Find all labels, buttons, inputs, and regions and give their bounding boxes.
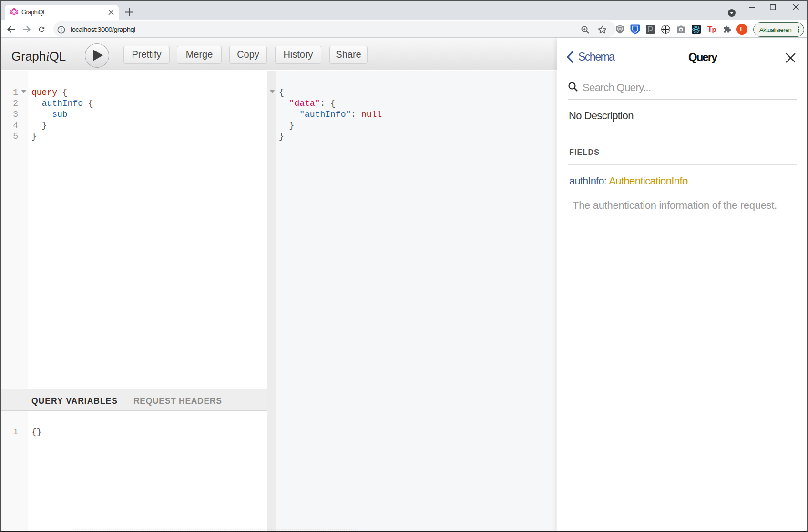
svg-text:UD: UD (618, 27, 623, 31)
